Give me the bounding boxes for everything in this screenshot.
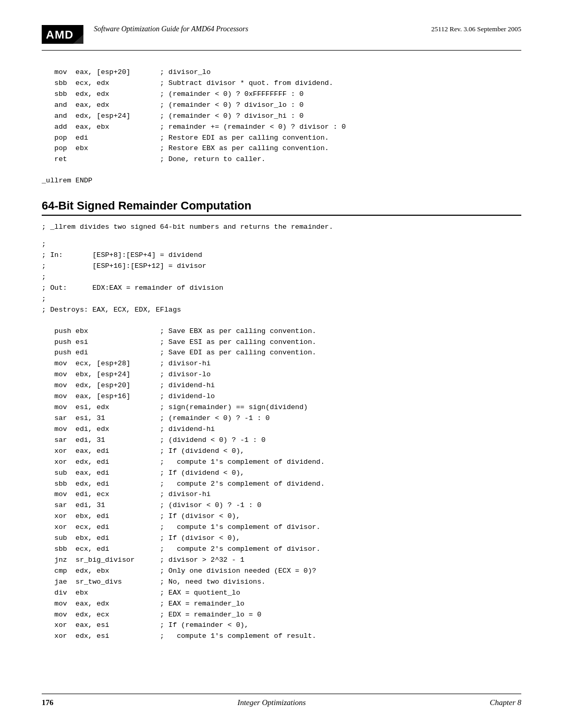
code-line: sbb ecx, edi ; compute 2's complement of…: [42, 544, 521, 555]
code-line: ret ; Done, return to caller.: [42, 154, 521, 165]
code-comment-line: ; Destroys: EAX, ECX, EDX, EFlags: [42, 305, 521, 316]
code-block-main: push ebx ; Save EBX as per calling conve…: [42, 326, 521, 643]
intro-comment: ; _llrem divides two signed 64-bit numbe…: [42, 222, 521, 233]
code-line: sbb edx, edi ; compute 2's complement of…: [42, 479, 521, 490]
code-line: mov edx, ecx ; EDX = remainder_lo = 0: [42, 610, 521, 621]
page-header: AMD Software Optimization Guide for AMD6…: [42, 25, 521, 51]
code-line: jae sr_two_divs ; No, need two divisions…: [42, 577, 521, 588]
code-line: mov edi, ecx ; divisor-hi: [42, 489, 521, 500]
footer-chapter-label: Chapter 8: [490, 698, 521, 707]
footer-page-number: 176: [42, 698, 54, 707]
header-doc-info: 25112 Rev. 3.06 September 2005: [431, 25, 521, 33]
endp-line: _ullrem ENDP: [42, 176, 521, 187]
code-line: mov eax, [esp+20] ; divisor_lo: [42, 67, 521, 78]
footer-chapter-title: Integer Optimizations: [237, 698, 305, 707]
svg-text:AMD: AMD: [46, 28, 74, 41]
code-line: xor edx, edi ; compute 1's complement of…: [42, 457, 521, 468]
code-line: xor edx, esi ; compute 1's complement of…: [42, 631, 521, 642]
code-line: div ebx ; EAX = quotient_lo: [42, 588, 521, 599]
code-line: jnz sr_big_divisor ; divisor > 2^32 - 1: [42, 555, 521, 566]
code-comment-line: ; Out: EDX:EAX = remainder of division: [42, 283, 521, 294]
code-line: mov eax, edx ; EAX = remainder_lo: [42, 599, 521, 610]
code-line: sbb edx, edx ; (remainder < 0) ? 0xFFFFF…: [42, 89, 521, 100]
comment-block: ;; In: [ESP+8]:[ESP+4] = dividend; [ESP+…: [42, 239, 521, 315]
code-line: xor eax, edi ; If (dividend < 0),: [42, 446, 521, 457]
page-footer: 176 Integer Optimizations Chapter 8: [42, 694, 521, 707]
code-line: sar edi, 31 ; (dividend < 0) ? -1 : 0: [42, 435, 521, 446]
code-line: and edx, [esp+24] ; (remainder < 0) ? di…: [42, 111, 521, 122]
code-line: pop ebx ; Restore EBX as per calling con…: [42, 143, 521, 154]
code-line: sar edi, 31 ; (divisor < 0) ? -1 : 0: [42, 500, 521, 511]
header-subtitle: Software Optimization Guide for AMD64 Pr…: [83, 25, 431, 33]
code-line: mov edi, edx ; dividend-hi: [42, 424, 521, 435]
code-line: push edi ; Save EDI as per calling conve…: [42, 348, 521, 359]
code-comment-line: ; [ESP+16]:[ESP+12] = divisor: [42, 261, 521, 272]
code-line: add eax, ebx ; remainder += (remainder <…: [42, 122, 521, 133]
code-line: sar esi, 31 ; (remainder < 0) ? -1 : 0: [42, 413, 521, 424]
page: AMD Software Optimization Guide for AMD6…: [0, 0, 563, 728]
amd-logo: AMD: [42, 25, 83, 46]
code-line: push esi ; Save ESI as per calling conve…: [42, 337, 521, 348]
code-line: xor eax, esi ; If (remainder < 0),: [42, 620, 521, 631]
code-line: xor ecx, edi ; compute 1's complement of…: [42, 522, 521, 533]
code-line: mov ebx, [esp+24] ; divisor-lo: [42, 369, 521, 380]
code-line: pop edi ; Restore EDI as per calling con…: [42, 133, 521, 144]
code-line: cmp edx, ebx ; Only one division needed …: [42, 566, 521, 577]
code-line: sbb ecx, edx ; Subtract divisor * quot. …: [42, 78, 521, 89]
code-comment-line: ;: [42, 294, 521, 305]
code-line: sub eax, edi ; If (dividend < 0),: [42, 468, 521, 479]
code-line: mov eax, [esp+16] ; dividend-lo: [42, 391, 521, 402]
code-line: push ebx ; Save EBX as per calling conve…: [42, 326, 521, 337]
code-line: sub ebx, edi ; If (divisor < 0),: [42, 533, 521, 544]
code-comment-line: ;: [42, 239, 521, 250]
code-line: mov esi, edx ; sign(remainder) == sign(d…: [42, 402, 521, 413]
code-line: mov edx, [esp+20] ; dividend-hi: [42, 380, 521, 391]
code-block-top: mov eax, [esp+20] ; divisor_lo sbb ecx, …: [42, 67, 521, 165]
section-heading: 64-Bit Signed Remainder Computation: [42, 199, 521, 216]
code-comment-line: ; In: [ESP+8]:[ESP+4] = dividend: [42, 250, 521, 261]
code-line: and eax, edx ; (remainder < 0) ? divisor…: [42, 100, 521, 111]
code-comment-line: ;: [42, 272, 521, 283]
code-line: xor ebx, edi ; If (divisor < 0),: [42, 511, 521, 522]
code-line: mov ecx, [esp+28] ; divisor-hi: [42, 359, 521, 369]
